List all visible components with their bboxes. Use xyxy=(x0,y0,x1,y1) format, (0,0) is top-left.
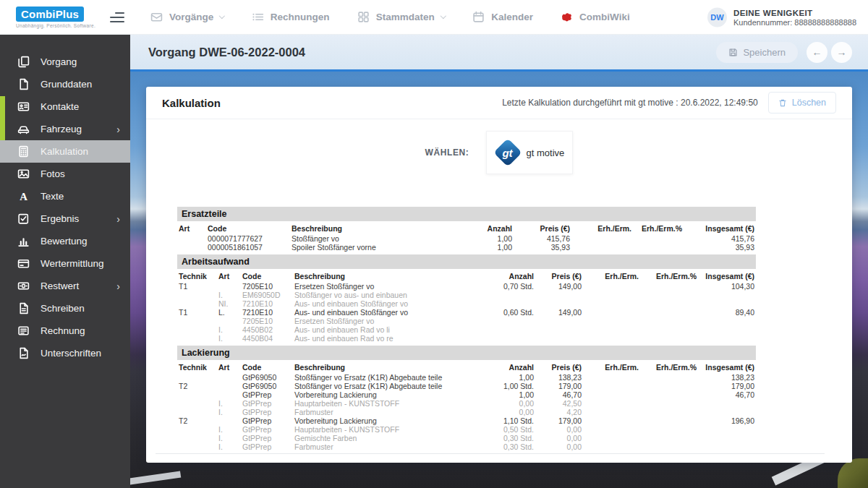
table-cell: Vorbereitung Lackierung xyxy=(293,416,474,425)
sidebar-item-texte[interactable]: ATexte xyxy=(0,185,130,207)
table-cell: 89,40 xyxy=(698,308,756,317)
sidebar-item-label: Texte xyxy=(41,191,64,202)
table-cell xyxy=(698,425,756,434)
table-cell xyxy=(177,317,217,325)
table-cell xyxy=(698,334,756,343)
sidebar-item-wertermittlung[interactable]: Wertermittlung xyxy=(0,252,130,275)
table-row: 0000071777627Stoßfänger vo1,00415,76415,… xyxy=(177,234,756,243)
table-cell xyxy=(217,382,241,390)
chevron-right-icon: › xyxy=(116,281,120,291)
nav-item-stammdaten[interactable]: Stammdaten xyxy=(357,11,446,23)
nav-item-rechnungen[interactable]: Rechnungen xyxy=(252,11,330,23)
table-cell xyxy=(698,442,756,451)
table-cell: T2 xyxy=(177,416,217,425)
sidebar-item-bewertung[interactable]: Bewertung xyxy=(0,230,130,252)
table-cell xyxy=(217,317,241,325)
table-cell: GtPPrep xyxy=(241,442,293,451)
column-header: Code xyxy=(241,362,293,373)
combiwiki-icon xyxy=(561,11,573,23)
table-cell xyxy=(535,299,583,308)
user-name: DEINE WENIGKEIT xyxy=(733,8,856,17)
nav-item-kalender[interactable]: Kalender xyxy=(472,11,533,23)
table-cell xyxy=(583,416,640,425)
sidebar-item-kontakte[interactable]: Kontakte xyxy=(0,95,130,118)
save-button[interactable]: Speichern xyxy=(716,42,798,63)
table-cell: 415,76 xyxy=(684,234,756,243)
next-button[interactable]: → xyxy=(831,42,852,63)
table-cell xyxy=(640,416,698,425)
table-cell xyxy=(640,434,698,442)
customer-number: Kundennummer: 88888888888888 xyxy=(733,17,856,26)
column-header: Erh./Erm. xyxy=(583,362,640,373)
column-header: Erh./Erm. xyxy=(571,223,633,234)
table-cell xyxy=(633,243,684,252)
table-cell xyxy=(640,390,698,399)
nav-item-label: Kalender xyxy=(491,12,533,22)
column-header: Anzahl xyxy=(474,223,514,234)
table-cell: 7210E10 xyxy=(241,308,293,317)
table-cell: 0,00 xyxy=(474,408,535,416)
delete-button[interactable]: Löschen xyxy=(768,92,836,114)
sidebar-item-unterschriften[interactable]: Unterschriften xyxy=(0,342,130,364)
sidebar-item-fotos[interactable]: Fotos xyxy=(0,163,130,185)
table-cell: 35,93 xyxy=(514,243,571,252)
table-cell xyxy=(583,434,640,442)
signature-icon xyxy=(17,347,30,359)
text-icon: A xyxy=(17,190,30,202)
user-menu[interactable]: DW DEINE WENIGKEIT Kundennummer: 8888888… xyxy=(707,7,856,27)
section-title: Arbeitsaufwand xyxy=(177,254,756,269)
table-cell xyxy=(217,416,241,425)
table-cell: Stoßfänger vo xyxy=(290,234,474,243)
chevron-down-icon xyxy=(440,13,446,19)
document-icon xyxy=(17,78,30,90)
table-cell: I. xyxy=(217,442,241,451)
sidebar-item-schreiben[interactable]: Schreiben xyxy=(0,297,130,320)
sidebar-item-rechnung[interactable]: Rechnung xyxy=(0,320,130,342)
provider-gt-motive[interactable]: gt gt motive xyxy=(486,131,573,174)
sidebar-item-kalkulation[interactable]: Kalkulation xyxy=(0,140,130,163)
inbox-icon xyxy=(150,11,163,23)
app-logo[interactable]: CombiPlus Unabhängig. Persönlich. Softwa… xyxy=(16,7,97,28)
table-cell: Stoßfänger vo aus- und einbauen xyxy=(293,291,474,299)
table-cell: T2 xyxy=(177,382,217,390)
column-header: Anzahl xyxy=(474,271,535,282)
sidebar-item-fahrzeug[interactable]: Fahrzeug› xyxy=(0,118,130,140)
calendar-icon xyxy=(472,11,485,23)
table-cell xyxy=(698,291,756,299)
sidebar-item-ergebnis[interactable]: Ergebnis› xyxy=(0,207,130,230)
calc-table: ArtCodeBeschreibungAnzahlPreis (€)Erh./E… xyxy=(177,223,756,252)
table-cell xyxy=(698,399,756,408)
table-cell: GtPPrep xyxy=(241,408,293,416)
table-cell: 0,00 xyxy=(474,399,535,408)
table-row: T2GtPPrepVorbereitung Lackierung1,10 Std… xyxy=(177,416,756,425)
section-title: Ersatzteile xyxy=(177,207,756,221)
table-row: I.EM69050DStoßfänger vo aus- und einbaue… xyxy=(177,291,756,299)
nav-item-vorg-nge[interactable]: Vorgänge xyxy=(150,11,224,23)
table-cell: Spoiler Stoßfänger vorne xyxy=(290,243,474,252)
table-cell: 0000051861057 xyxy=(206,243,290,252)
table-cell: T1 xyxy=(177,282,217,291)
roadside-grass xyxy=(838,458,868,488)
main-nav: VorgängeRechnungenStammdatenKalenderComb… xyxy=(150,11,630,23)
table-cell: 0,50 Std. xyxy=(474,425,535,434)
nav-item-combiwiki[interactable]: CombiWiki xyxy=(561,11,630,23)
table-cell xyxy=(177,334,217,343)
table-cell xyxy=(535,317,583,325)
table-cell: Farbmuster xyxy=(293,442,474,451)
table-cell xyxy=(640,325,698,334)
sidebar-item-label: Unterschriften xyxy=(41,348,101,359)
sidebar-item-restwert[interactable]: Restwert› xyxy=(0,275,130,297)
table-cell: GtPPrep xyxy=(241,416,293,425)
table-cell: 42,50 xyxy=(535,399,583,408)
table-cell xyxy=(640,408,698,416)
column-header: Erh./Erm. xyxy=(583,271,640,282)
table-cell: I. xyxy=(217,291,241,299)
sidebar-item-grunddaten[interactable]: Grunddaten xyxy=(0,73,130,95)
table-cell xyxy=(217,373,241,382)
prev-button[interactable]: ← xyxy=(807,42,827,63)
menu-toggle-icon[interactable] xyxy=(110,12,124,22)
check-square-icon xyxy=(17,213,30,225)
sidebar-item-vorgang[interactable]: Vorgang xyxy=(0,51,130,73)
panel-title: Kalkulation xyxy=(162,97,221,109)
table-cell xyxy=(177,399,217,408)
